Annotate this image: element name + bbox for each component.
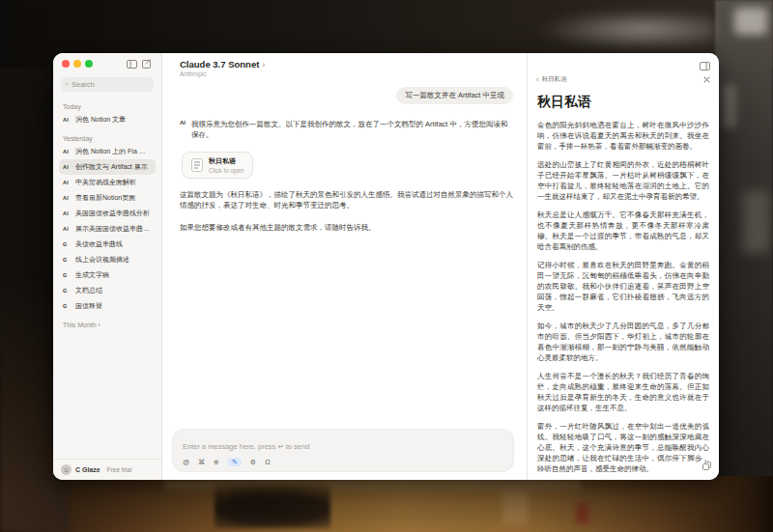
breadcrumb-label[interactable]: 秋日私语 [542,75,567,84]
background-shelf [715,0,773,532]
sidebar-item-label: 线上会议视频摘述 [75,255,129,265]
essay-paragraph: 记得小时候，最喜欢在秋天的田野里奔跑。金黄的稻田一望无际，沉甸甸的稻穗低垂着头，… [537,260,709,313]
panel-top-bar [528,53,719,72]
search-input[interactable] [72,80,149,89]
sidebar-item[interactable]: AI 美国国债收益率曲线分析 [59,206,156,221]
claude-chat-icon: AI [63,149,72,154]
sidebar-item-label: 查看最新Notion页面 [75,193,135,203]
gemini-chat-icon: G [63,241,72,247]
sidebar-item-label: 润色 Notion 上的 Fia 文章 [75,147,152,156]
section-this-month[interactable]: This Month › [63,322,152,328]
assistant-paragraph: 如果您想要修改或者有其他主题的散文需求，请随时告诉我。 [180,222,513,234]
chevron-left-icon[interactable]: ‹ [536,75,539,84]
zoom-window-button[interactable] [85,60,93,68]
sidebar-item-label: 美债收益率曲线 [75,239,123,249]
sidebar-item[interactable]: G 生成文字稿 [59,267,156,283]
essay-title: 秋日私语 [537,94,709,111]
claude-app-window: Today AI 润色 Notion 文章 Yesterday AI 润色 No… [53,53,719,480]
sidebar-item[interactable]: G 线上会议视频摘述 [59,252,156,267]
section-label-today: Today [63,103,152,110]
sidebar-toggle-icon[interactable] [126,59,137,69]
sidebar-item-label: 美国国债收益率曲线分析 [75,209,150,218]
sidebar-item-label: 国债释疑 [75,301,102,311]
sidebar-item[interactable]: G 国债释疑 [59,298,156,314]
artifact-document[interactable]: 秋日私语 金色的阳光斜斜地洒在窗台上，树叶在微风中沙沙作响，仿佛在诉说着夏天的离… [528,88,719,480]
sidebar-item[interactable]: AI 中美贸易战全面解析 [59,175,156,190]
sidebar-item[interactable]: G 文档总结 [59,283,156,298]
claude-chat-icon: AI [63,210,72,216]
gemini-chat-icon: G [63,303,72,309]
essay-paragraph: 秋天总是让人感慨万千。它不像春天那样充满生机，也不像夏天那样热情奔放，更不像冬天… [537,210,709,252]
attach-icon[interactable]: @ [183,459,189,465]
background-blob [723,85,736,127]
claude-chat-icon: AI [63,195,72,201]
background-blob [576,503,589,524]
chevron-right-icon: › [262,60,265,70]
claude-chat-icon: AI [63,226,72,232]
model-title: Claude 3.7 Sonnet [180,59,259,70]
close-panel-icon[interactable] [703,76,710,83]
account-footer[interactable]: ☺ C Glaze Free trial [53,459,161,480]
assistant-intro-text: 我很乐意为您创作一篇散文。以下是我创作的散文，放在了一个文档型的 Artifac… [191,119,513,141]
message-input[interactable] [183,442,503,451]
panel-toggle-icon[interactable] [700,62,710,70]
sidebar-item[interactable]: AI 查看最新Notion页面 [59,190,156,206]
composer-toolbar: @ ⌘ ⊕ ✎ ⚙ Ω [183,458,503,466]
sidebar: Today AI 润色 Notion 文章 Yesterday AI 润色 No… [53,53,162,480]
avatar: ☺ [61,464,72,475]
model-selector[interactable]: Claude 3.7 Sonnet › [180,59,513,70]
claude-chat-icon: AI [63,117,72,123]
gemini-chat-icon: G [63,257,72,263]
search-box[interactable] [61,77,154,92]
sidebar-item-label: 创作散文与 Artifact 展示 [75,162,148,172]
sidebar-item[interactable]: AI 润色 Notion 文章 [59,112,156,127]
chat-history-list: Today AI 润色 Notion 文章 Yesterday AI 润色 No… [53,92,161,328]
sidebar-item-label: 文档总结 [75,286,102,295]
sidebar-item-selected[interactable]: AI 创作散文与 Artifact 展示 [59,159,156,175]
user-message-bubble: 写一篇散文并在 Artifact 中呈现 [396,87,513,104]
window-titlebar [53,53,161,74]
artifact-card[interactable]: 秋日私语 Click to open [182,152,253,179]
gemini-chat-icon: G [63,288,72,294]
command-icon[interactable]: ⌘ [198,459,205,465]
artifact-breadcrumb: ‹ 秋日私语 [528,72,719,88]
sidebar-item-label: 润色 Notion 文章 [75,115,126,125]
assistant-paragraph: 这篇散文题为《秋日私语》，描绘了秋天的景色和引发的人生感悟。我尝试通过对自然景象… [180,189,513,211]
new-chat-icon[interactable] [141,59,153,69]
message-composer[interactable]: @ ⌘ ⊕ ✎ ⚙ Ω [172,429,514,472]
style-icon[interactable]: Ω [265,459,270,465]
plan-badge: Free trial [107,466,132,473]
close-window-button[interactable] [62,60,70,68]
assistant-message: AI 我很乐意为您创作一篇散文。以下是我创作的散文，放在了一个文档型的 Arti… [180,119,513,141]
background-blob [536,10,715,50]
sidebar-item-label: 中美贸易战全面解析 [75,178,136,187]
sidebar-item-label: 生成文字稿 [75,270,109,280]
artifact-card-subtitle: Click to open [209,167,243,174]
web-search-icon[interactable]: ⊕ [214,459,219,465]
minimize-window-button[interactable] [73,60,81,68]
claude-chat-icon: AI [63,180,72,185]
sidebar-item[interactable]: AI 润色 Notion 上的 Fia 文章 [59,144,156,159]
essay-paragraph: 远处的山峦披上了红黄相间的外衣，近处的梧桐树叶子已经开始零星飘落。一片枯叶从树梢… [537,159,709,202]
account-name: C Glaze [75,466,100,473]
assistant-avatar-icon: AI [180,119,186,126]
sidebar-item[interactable]: AI 展示美国国债收益率曲线给… [59,221,156,237]
section-label-yesterday: Yesterday [63,135,152,142]
tools-icon[interactable]: ⚙ [250,459,256,465]
artifact-panel: ‹ 秋日私语 秋日私语 金色的阳光斜斜地洒在窗台上，树叶在微风中沙沙作响，仿佛在… [527,53,719,480]
essay-paragraph: 如今，城市的秋天少了几分田园的气息，多了几分都市的喧嚣。但当夕阳西下，华灯初上，… [537,321,709,363]
copy-icon[interactable] [702,457,711,474]
background-blob [734,8,767,35]
background-blob [502,490,528,524]
gemini-chat-icon: G [63,272,72,278]
sidebar-item-label: 展示美国国债收益率曲线给… [75,224,152,234]
sidebar-item[interactable]: G 美债收益率曲线 [59,237,156,252]
search-icon [66,81,69,88]
background-blob [742,191,769,253]
essay-paragraph: 窗外，一片红叶随风飘过，在空中划出一道优美的弧线。我轻轻地吸了口气，将这一刻的感… [537,421,709,474]
essay-paragraph: 人生何尝不是一个漫长的秋天？我们经历了青春的绚烂，走向成熟的稳重，最终迎来生命的… [537,371,709,413]
chat-main: Claude 3.7 Sonnet › Anthropic 写一篇散文并在 Ar… [162,53,527,480]
artifact-pen-icon[interactable]: ✎ [228,458,242,466]
model-subtitle: Anthropic [180,70,513,77]
essay-paragraph: 金色的阳光斜斜地洒在窗台上，树叶在微风中沙沙作响，仿佛在诉说着夏天的离去和秋天的… [537,120,709,152]
